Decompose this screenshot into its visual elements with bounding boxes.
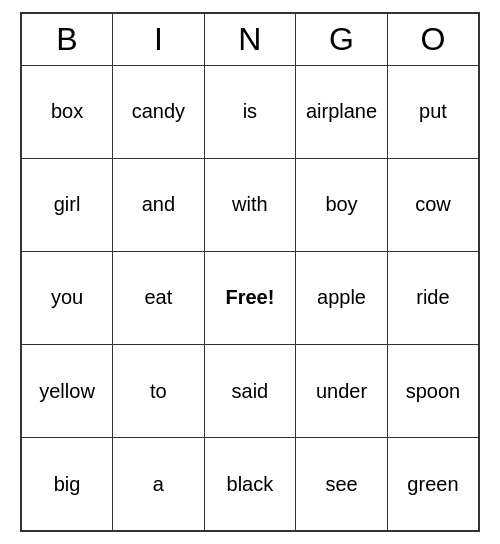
bingo-cell-3-2: said xyxy=(204,345,296,438)
bingo-cell-1-4: cow xyxy=(387,158,479,251)
header-row: BINGO xyxy=(21,13,479,65)
bingo-cell-4-0: big xyxy=(21,438,113,531)
header-cell-n: N xyxy=(204,13,296,65)
bingo-row: girlandwithboycow xyxy=(21,158,479,251)
bingo-row: yellowtosaidunderspoon xyxy=(21,345,479,438)
bingo-cell-2-0: you xyxy=(21,251,113,344)
bingo-cell-3-1: to xyxy=(113,345,205,438)
bingo-cell-3-4: spoon xyxy=(387,345,479,438)
bingo-card: BINGO boxcandyisairplaneputgirlandwithbo… xyxy=(20,12,480,532)
bingo-cell-0-3: airplane xyxy=(296,65,388,158)
bingo-cell-4-1: a xyxy=(113,438,205,531)
bingo-cell-2-2: Free! xyxy=(204,251,296,344)
header-cell-o: O xyxy=(387,13,479,65)
header-cell-b: B xyxy=(21,13,113,65)
bingo-cell-1-1: and xyxy=(113,158,205,251)
bingo-cell-0-4: put xyxy=(387,65,479,158)
bingo-cell-1-3: boy xyxy=(296,158,388,251)
header-cell-g: G xyxy=(296,13,388,65)
bingo-header: BINGO xyxy=(21,13,479,65)
bingo-row: youeatFree!appleride xyxy=(21,251,479,344)
bingo-cell-2-1: eat xyxy=(113,251,205,344)
bingo-cell-1-2: with xyxy=(204,158,296,251)
bingo-cell-0-1: candy xyxy=(113,65,205,158)
bingo-cell-4-4: green xyxy=(387,438,479,531)
bingo-cell-3-3: under xyxy=(296,345,388,438)
bingo-row: boxcandyisairplaneput xyxy=(21,65,479,158)
bingo-cell-2-4: ride xyxy=(387,251,479,344)
header-cell-i: I xyxy=(113,13,205,65)
bingo-cell-4-3: see xyxy=(296,438,388,531)
bingo-body: boxcandyisairplaneputgirlandwithboycowyo… xyxy=(21,65,479,531)
bingo-cell-0-2: is xyxy=(204,65,296,158)
bingo-cell-3-0: yellow xyxy=(21,345,113,438)
bingo-cell-0-0: box xyxy=(21,65,113,158)
bingo-row: bigablackseegreen xyxy=(21,438,479,531)
bingo-cell-4-2: black xyxy=(204,438,296,531)
bingo-cell-2-3: apple xyxy=(296,251,388,344)
bingo-cell-1-0: girl xyxy=(21,158,113,251)
